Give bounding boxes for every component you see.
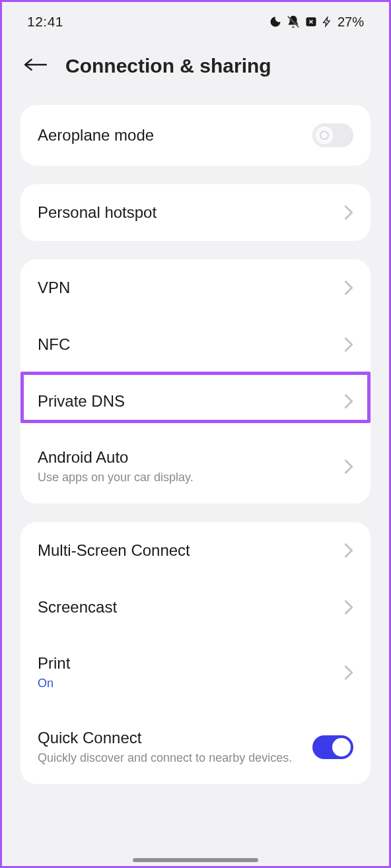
row-multiscreen-connect[interactable]: Multi-Screen Connect xyxy=(20,522,371,579)
chevron-right-icon xyxy=(344,459,353,475)
chevron-right-icon xyxy=(344,665,353,681)
print-sub: On xyxy=(38,675,336,691)
auto-sub: Use apps on your car display. xyxy=(38,469,336,485)
cast-label: Screencast xyxy=(38,598,336,617)
section-network: VPN NFC Private DNS Android Auto Use app… xyxy=(20,259,371,504)
status-icons: 27% xyxy=(269,15,364,30)
nfc-label: NFC xyxy=(38,335,336,354)
page-title: Connection & sharing xyxy=(65,55,271,77)
print-label: Print xyxy=(38,654,336,673)
row-aeroplane-mode[interactable]: Aeroplane mode xyxy=(20,105,371,166)
dnd-icon xyxy=(269,15,282,28)
hotspot-label: Personal hotspot xyxy=(38,203,336,222)
chevron-right-icon xyxy=(344,280,353,296)
status-time: 12:41 xyxy=(27,14,269,30)
row-print[interactable]: Print On xyxy=(20,636,371,710)
battery-percentage: 27% xyxy=(338,15,364,30)
aeroplane-label: Aeroplane mode xyxy=(38,126,312,145)
row-screencast[interactable]: Screencast xyxy=(20,579,371,636)
charging-icon xyxy=(322,15,332,29)
row-vpn[interactable]: VPN xyxy=(20,259,371,316)
section-hotspot: Personal hotspot xyxy=(20,184,371,241)
mute-icon xyxy=(286,15,301,29)
row-android-auto[interactable]: Android Auto Use apps on your car displa… xyxy=(20,430,371,504)
back-icon[interactable] xyxy=(23,55,48,77)
chevron-right-icon xyxy=(344,205,353,220)
chevron-right-icon xyxy=(344,393,353,409)
status-bar: 12:41 27% xyxy=(2,2,389,42)
home-indicator xyxy=(133,858,258,862)
msc-label: Multi-Screen Connect xyxy=(38,541,336,560)
section-aeroplane: Aeroplane mode xyxy=(20,105,371,166)
quick-label: Quick Connect xyxy=(38,729,312,747)
chevron-right-icon xyxy=(344,543,353,558)
row-quick-connect[interactable]: Quick Connect Quickly discover and conne… xyxy=(20,710,371,784)
chevron-right-icon xyxy=(344,599,353,615)
quick-connect-toggle[interactable] xyxy=(312,735,353,759)
aeroplane-toggle[interactable] xyxy=(312,123,353,147)
quick-sub: Quickly discover and connect to nearby d… xyxy=(38,750,312,766)
vpn-label: VPN xyxy=(38,279,336,297)
header: Connection & sharing xyxy=(2,42,389,105)
row-nfc[interactable]: NFC xyxy=(20,316,371,373)
row-personal-hotspot[interactable]: Personal hotspot xyxy=(20,184,371,241)
battery-saver-icon xyxy=(304,15,318,28)
row-private-dns[interactable]: Private DNS xyxy=(20,373,371,430)
dns-label: Private DNS xyxy=(38,392,336,411)
chevron-right-icon xyxy=(344,337,353,352)
section-sharing: Multi-Screen Connect Screencast Print On… xyxy=(20,522,371,784)
auto-label: Android Auto xyxy=(38,448,336,467)
